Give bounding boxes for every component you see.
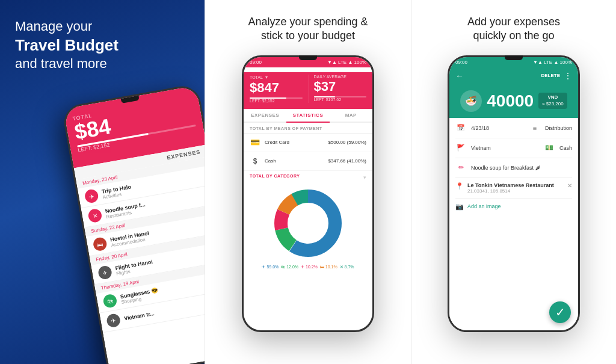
back-arrow-icon[interactable]: ← <box>455 71 464 81</box>
distribution-value: Distribution <box>545 125 572 131</box>
dropdown-arrow-icon: ▾ <box>363 174 366 180</box>
panel2-headline: Analyze your spending &stick to your bud… <box>248 15 368 43</box>
country-value: Vietnam <box>471 145 539 151</box>
daily-label: DAILY AVERAGE <box>314 75 367 79</box>
pencil-icon: ✏ <box>455 162 466 173</box>
donut-chart <box>269 184 347 262</box>
status-time-2: 09:00 <box>250 60 262 65</box>
date-value: 4/23/18 <box>471 125 525 131</box>
headline-p3-line2: quickly on the go <box>473 29 554 42</box>
payment-amount-card: $500.00 (59.00%) <box>328 140 366 145</box>
toolbar-3: ← DELETE ⋮ <box>449 67 578 84</box>
note-value: Noodle soup for Breakfast 🌶 <box>471 165 572 171</box>
camera-icon: 📷 <box>455 203 464 211</box>
flight-icon: ✈ <box>97 265 112 280</box>
headline-bold: Travel Budget <box>15 35 189 56</box>
chart-label-blue: ✈ 59.0% <box>262 265 279 270</box>
shopping-icon: 🛍 <box>102 294 117 309</box>
date-row: 📅 4/23/18 ≡ Distribution <box>455 123 572 134</box>
close-location-icon[interactable]: ✕ <box>567 182 572 189</box>
food-icon: 🍜 <box>465 95 477 106</box>
location-pin-icon: 📍 <box>455 182 464 190</box>
total-label-2: TOTAL <box>250 75 263 79</box>
payment-amount-cash: $347.66 (41.00%) <box>328 158 366 164</box>
daily-amount: $37 <box>314 79 367 94</box>
amount-area: 🍜 40000 VND ≈ $23,200 <box>449 84 578 118</box>
headline-line3: and travel more <box>15 56 107 71</box>
payment-name-cash: Cash <box>265 158 328 164</box>
expense-details-section: 📅 4/23/18 ≡ Distribution 🚩 Vietnam 💵 Cas… <box>449 118 578 330</box>
panel-add-expenses: Add your expenses quickly on the go 09:0… <box>411 0 616 364</box>
panel-manage-budget: Manage your Travel Budget and travel mor… <box>0 0 205 364</box>
country-row: 🚩 Vietnam 💵 Cash <box>455 143 572 153</box>
svg-point-5 <box>293 208 323 238</box>
payment-name-card: Credit Card <box>265 140 328 145</box>
payment-item-cash: $ Cash $347.66 (41.00%) <box>244 152 372 171</box>
panel-analyze-spending: Analyze your spending &stick to your bud… <box>205 0 411 364</box>
add-image-row[interactable]: 📷 Add an image <box>455 203 572 211</box>
flight-icon: ✈ <box>106 313 121 328</box>
flag-icon: 🚩 <box>455 143 466 153</box>
status-time-3: 09:00 <box>455 60 467 65</box>
panel1-headline: Manage your Travel Budget and travel mor… <box>15 18 189 73</box>
confirm-fab-button[interactable]: ✓ <box>549 301 571 323</box>
tab-statistics[interactable]: STATISTICS <box>286 109 329 123</box>
panel1-text-block: Manage your Travel Budget and travel mor… <box>15 18 189 75</box>
screen2-tabs: EXPENSES STATISTICS MAP <box>244 109 372 123</box>
headline-p3-line1: Add your expenses <box>467 16 560 28</box>
payment-value: Cash <box>559 145 572 151</box>
chart-label-teal: ✕ 8.7% <box>340 265 354 270</box>
total-amount-2: $847 <box>250 80 303 96</box>
category-section-label: TOTAL BY CATEGORY <box>250 174 300 178</box>
accommodation-icon: 🛏 <box>93 236 108 251</box>
daily-left: LEFT: $107.62 <box>314 97 367 102</box>
payment-section-label: TOTAL BY MEANS OF PAYMENT <box>244 123 372 134</box>
headline-line1: Manage your <box>15 19 92 34</box>
credit-card-icon: 💳 <box>250 137 260 148</box>
payment-item-card: 💳 Credit Card $500.00 (59.00%) <box>244 134 372 152</box>
status-signal-3: ▼▲ LTE ▲ 100% <box>533 60 572 65</box>
food-icon-circle: 🍜 <box>460 90 482 112</box>
add-image-label: Add an image <box>467 203 501 209</box>
status-signal-2: ▼▲ LTE ▲ 100% <box>327 60 366 65</box>
total-left-2: LEFT: $2,152 <box>250 99 303 103</box>
activity-icon: ✈ <box>84 188 99 203</box>
location-coords: 21.03341, 105.8514 <box>467 188 564 194</box>
restaurant-icon: ✕ <box>87 208 102 223</box>
phone-mockup-3: 09:00 ▼▲ LTE ▲ 100% ← DELETE ⋮ 🍜 40000 <box>448 55 580 332</box>
location-name: Le Tonkin Vietnamese Restaurant <box>467 182 564 188</box>
note-row: ✏ Noodle soup for Breakfast 🌶 <box>455 162 572 173</box>
calendar-icon: 📅 <box>455 123 466 134</box>
tab-expenses[interactable]: EXPENSES <box>244 109 286 122</box>
chart-label-pink: ✈ 10.2% <box>301 265 318 270</box>
distribution-icon: ≡ <box>529 123 540 134</box>
chart-label-green: 🛍 12.0% <box>281 265 298 270</box>
cash-icon: $ <box>250 156 260 167</box>
phone-mockup-1: TOTAL $84 LEFT: $2,152 EXPENSES Monday, … <box>61 84 205 364</box>
more-options-icon[interactable]: ⋮ <box>564 71 572 81</box>
location-row: 📍 Le Tonkin Vietnamese Restaurant 21.033… <box>455 182 572 194</box>
chart-label-orange: 🛏 10.1% <box>320 265 337 270</box>
currency-badge: VND ≈ $23,200 <box>538 93 567 109</box>
delete-button[interactable]: DELETE <box>541 73 560 78</box>
phone-mockup-2: 09:00 ▼▲ LTE ▲ 100% TOTAL ▾ $847 L <box>242 55 374 332</box>
payment-icon-row: 💵 <box>544 143 555 153</box>
expense-amount: 40000 <box>487 91 534 111</box>
tab-map[interactable]: MAP <box>330 109 372 122</box>
panel3-headline: Add your expenses quickly on the go <box>467 15 560 43</box>
